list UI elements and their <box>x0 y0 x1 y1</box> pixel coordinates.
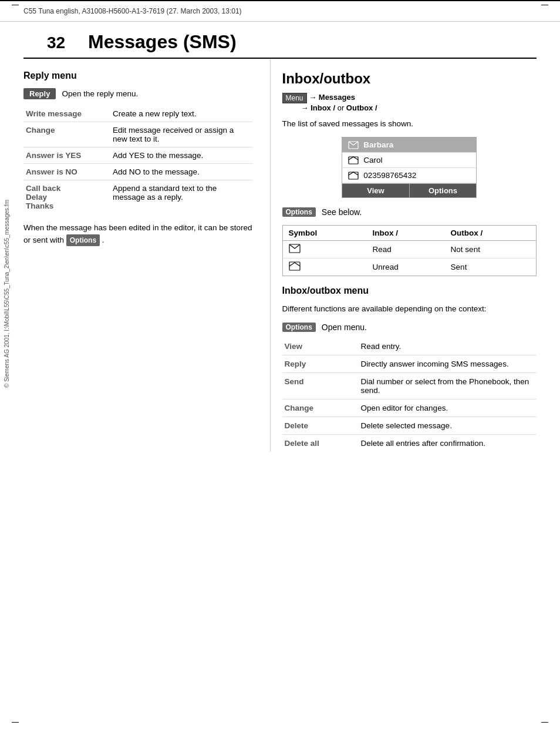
menu-desc-send: Dial number or select from the Phonebook… <box>359 372 537 399</box>
reply-row: Reply Open the reply menu. <box>23 88 252 100</box>
item-desc: Append a standard text to the message as… <box>110 180 252 214</box>
svg-rect-2 <box>349 172 358 179</box>
table-row: Change Open editor for changes. <box>282 399 537 417</box>
item-desc: Edit message received or assign a new te… <box>110 122 252 147</box>
item-desc: Add NO to the message. <box>110 164 252 180</box>
col-outbox: Outbox / <box>445 226 537 241</box>
table-row: Call back Delay Thanks Append a standard… <box>23 180 252 214</box>
col-symbol: Symbol <box>282 226 366 241</box>
item-name-carol: Carol <box>363 156 382 164</box>
symbol-read-label: Read <box>366 241 444 258</box>
item-name-number: 023598765432 <box>363 171 416 180</box>
menu-desc-change: Open editor for changes. <box>359 399 537 417</box>
options-button[interactable]: Options <box>410 184 477 197</box>
corner-mark-top-left <box>12 5 19 5</box>
inbox-options-label: Options <box>282 323 316 332</box>
menu-desc-delete-all: Delete all entries after confirmation. <box>359 434 537 452</box>
page-number: 32 <box>47 33 76 52</box>
options-desc: See below. <box>322 207 362 217</box>
options-row: Options See below. <box>282 207 537 217</box>
symbol-unread-label: Unread <box>366 258 444 276</box>
item-key: Answer is YES <box>23 147 110 164</box>
sidebar-text: © Siemens AG 2001, I:\Mobil\L55\C55_Tuna… <box>0 117 13 470</box>
nav-inbox: Inbox / <box>311 103 335 112</box>
item-key: Write message <box>23 106 110 122</box>
closed-envelope-symbol <box>289 261 301 271</box>
symbol-open-envelope <box>282 241 366 258</box>
inbox-menu-table: View Read entry. Reply Directly answer i… <box>282 338 537 452</box>
menu-key-change: Change <box>282 399 359 417</box>
closed-envelope-icon-carol <box>348 156 359 164</box>
view-button[interactable]: View <box>342 184 410 197</box>
table-row: Answer is NO Add NO to the message. <box>23 164 252 180</box>
nav-outbox: Outbox / <box>346 103 377 112</box>
menu-key-reply: Reply <box>282 355 359 372</box>
table-row: Answer is YES Add YES to the message. <box>23 147 252 164</box>
nav-arrow-1: → <box>309 93 319 102</box>
list-item-barbara[interactable]: Barbara <box>342 137 476 153</box>
menu-key-view: View <box>282 338 359 355</box>
reply-menu-table: Write message Create a new reply text. C… <box>23 106 252 214</box>
table-row: Delete Delete selected message. <box>282 417 537 434</box>
table-row: View Read entry. <box>282 338 537 355</box>
options-inline-btn: Options <box>66 234 100 246</box>
symbol-table: Symbol Inbox / Outbox / Read Not sent <box>282 225 537 276</box>
page-body: Reply menu Reply Open the reply menu. Wr… <box>0 59 560 452</box>
footer-text-2: . <box>100 236 104 244</box>
right-column: Inbox/outbox Menu → Messages → Inbox / o… <box>270 59 537 452</box>
reply-button: Reply <box>23 88 56 99</box>
table-row: Delete all Delete all entries after conf… <box>282 434 537 452</box>
inbox-options-row: Options Open menu. <box>282 323 537 332</box>
footer-paragraph: When the message has been edited in the … <box>23 222 252 246</box>
list-item-number[interactable]: 023598765432 <box>342 168 476 183</box>
menu-button: Menu <box>282 93 307 103</box>
inbox-outbox-heading: Inbox/outbox <box>282 70 537 87</box>
symbol-row-unread: Unread Sent <box>282 258 536 276</box>
corner-mark-bottom-right <box>541 722 548 723</box>
footer-text-1: When the message has been edited in the … <box>23 223 252 244</box>
menu-desc-view: Read entry. <box>359 338 537 355</box>
open-envelope-symbol <box>289 244 301 253</box>
inbox-options-desc: Open menu. <box>322 323 367 332</box>
symbol-sent-label: Sent <box>445 258 537 276</box>
list-action-buttons: View Options <box>342 183 476 197</box>
corner-mark-top-right <box>541 5 548 5</box>
list-item-carol[interactable]: Carol <box>342 153 476 168</box>
message-list-box: Barbara Carol 023598765432 View <box>342 137 477 198</box>
item-desc: Add YES to the message. <box>110 147 252 164</box>
svg-rect-1 <box>349 157 358 164</box>
nav-messages: Messages <box>319 93 355 102</box>
left-column: Reply menu Reply Open the reply menu. Wr… <box>23 59 270 452</box>
table-row: Write message Create a new reply text. <box>23 106 252 122</box>
list-desc: The list of saved messages is shown. <box>282 118 537 130</box>
page-title-row: 32 Messages (SMS) <box>23 31 537 59</box>
item-name-barbara: Barbara <box>363 140 393 149</box>
svg-rect-4 <box>289 262 300 270</box>
reply-menu-heading: Reply menu <box>23 70 252 81</box>
item-desc: Create a new reply text. <box>110 106 252 122</box>
menu-key-delete: Delete <box>282 417 359 434</box>
item-key: Change <box>23 122 110 147</box>
symbol-not-sent-label: Not sent <box>445 241 537 258</box>
symbol-closed-envelope <box>282 258 366 276</box>
page-title: Messages (SMS) <box>88 31 237 53</box>
table-row: Change Edit message received or assign a… <box>23 122 252 147</box>
closed-envelope-icon-number <box>348 172 359 180</box>
corner-mark-bottom-left <box>12 722 19 723</box>
inbox-menu-heading: Inbox/outbox menu <box>282 286 537 296</box>
nav-or: or <box>338 103 345 112</box>
col-inbox: Inbox / <box>366 226 444 241</box>
options-label: Options <box>282 207 316 217</box>
menu-key-delete-all: Delete all <box>282 434 359 452</box>
reply-desc: Open the reply menu. <box>62 88 138 100</box>
symbol-row-read: Read Not sent <box>282 241 536 258</box>
inbox-menu-desc: Different functions are available depend… <box>282 303 537 315</box>
item-key: Call back Delay Thanks <box>23 180 110 214</box>
item-key: Answer is NO <box>23 164 110 180</box>
nav-arrow-2: → <box>301 103 311 112</box>
page-header: C55 Tuna english, A31008-H5600-A1-3-7619… <box>0 0 560 22</box>
symbol-table-header: Symbol Inbox / Outbox / <box>282 226 536 241</box>
table-row: Send Dial number or select from the Phon… <box>282 372 537 399</box>
nav-path: Menu → Messages → Inbox / or Outbox / <box>282 93 537 112</box>
header-text: C55 Tuna english, A31008-H5600-A1-3-7619… <box>23 7 242 15</box>
